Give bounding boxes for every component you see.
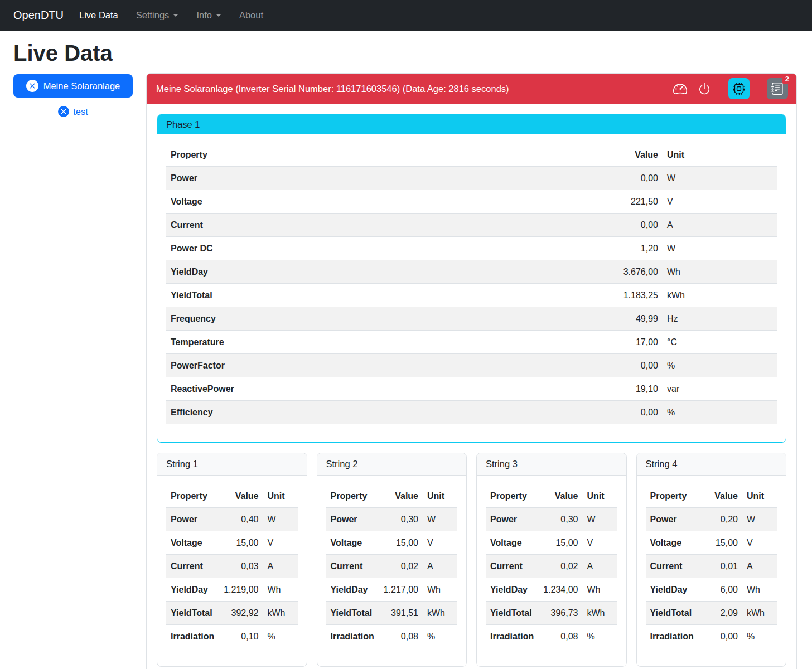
table-row: PowerFactor0,00%	[166, 354, 777, 377]
column-header-unit: Unit	[742, 484, 777, 508]
table-header-row: Property Value Unit	[166, 143, 777, 167]
property-label: YieldTotal	[166, 602, 212, 625]
property-unit: A	[263, 555, 298, 578]
property-value: 49,99	[590, 307, 663, 331]
property-value: 221,50	[590, 190, 663, 214]
table-row: YieldDay1.219,00Wh	[166, 578, 298, 602]
table-row: Power0,40W	[166, 508, 298, 531]
property-value: 15,00	[212, 531, 263, 555]
column-header-property: Property	[486, 484, 531, 508]
inverter-button-meine-solaranlage[interactable]: Meine Solaranlage	[13, 74, 133, 98]
table-row: Current0,01A	[646, 555, 777, 578]
event-count-badge: 2	[782, 74, 792, 84]
inverter-panel-title: Meine Solaranlage (Inverter Serial Numbe…	[156, 84, 673, 94]
property-value: 1.234,00	[531, 578, 583, 602]
column-header-unit: Unit	[423, 484, 457, 508]
property-unit: Hz	[663, 307, 777, 331]
nav-item-label: Live Data	[79, 10, 118, 21]
string-table-1: Property Value Unit Power0,40WVoltage15,…	[166, 484, 298, 648]
column-header-property: Property	[326, 484, 372, 508]
property-value: 0,00	[590, 214, 663, 237]
nav-item-label: Settings	[136, 10, 170, 21]
table-row: Voltage221,50V	[166, 190, 777, 214]
chevron-down-icon	[173, 14, 178, 17]
table-row: Power0,00W	[166, 167, 777, 190]
string-card-body: Property Value Unit Power0,40WVoltage15,…	[157, 476, 307, 666]
table-row: Frequency49,99Hz	[166, 307, 777, 331]
device-info-button[interactable]	[728, 78, 750, 99]
column-header-value: Value	[590, 143, 663, 167]
property-label: YieldTotal	[486, 602, 531, 625]
property-unit: %	[742, 625, 777, 648]
table-row: Current0,02A	[326, 555, 458, 578]
property-unit: %	[663, 401, 777, 424]
x-circle-icon	[26, 80, 38, 92]
property-value: 0,30	[371, 508, 423, 531]
property-value: 396,73	[531, 602, 583, 625]
property-unit: A	[742, 555, 777, 578]
power-toggle-button[interactable]	[698, 82, 711, 95]
nav-item-live-data[interactable]: Live Data	[79, 6, 118, 25]
property-label: Power	[166, 508, 212, 531]
table-row: Current0,02A	[486, 555, 617, 578]
table-header-row: Property Value Unit	[646, 484, 777, 508]
string-table-4: Property Value Unit Power0,20WVoltage15,…	[646, 484, 777, 648]
event-log-button[interactable]: 2	[767, 78, 788, 99]
column-header-property: Property	[166, 484, 212, 508]
cpu-icon	[733, 83, 745, 95]
string-card-2: String 2 Property Value Unit	[317, 453, 467, 667]
string-card-title: String 4	[637, 453, 786, 476]
property-value: 1,20	[590, 237, 663, 260]
property-value: 392,92	[212, 602, 263, 625]
column-header-value: Value	[371, 484, 423, 508]
property-label: Frequency	[166, 307, 590, 331]
property-label: Current	[646, 555, 692, 578]
table-row: Irradiation0,08%	[486, 625, 617, 648]
nav-item-settings[interactable]: Settings	[136, 6, 179, 25]
nav-item-label: About	[239, 10, 263, 21]
property-unit: kWh	[263, 602, 298, 625]
property-label: Temperature	[166, 331, 590, 354]
phase-table: Property Value Unit Power0,00WVoltage221…	[166, 143, 777, 424]
nav-item-about[interactable]: About	[239, 6, 263, 25]
property-unit: V	[583, 531, 617, 555]
table-row: Power0,20W	[646, 508, 777, 531]
table-row: Current0,00A	[166, 214, 777, 237]
property-label: Irradiation	[486, 625, 531, 648]
property-unit: kWh	[423, 602, 457, 625]
property-unit: A	[663, 214, 777, 237]
property-label: Voltage	[326, 531, 372, 555]
inverter-selector: Meine Solaranlage test	[13, 73, 133, 117]
property-unit: A	[423, 555, 457, 578]
table-row: Irradiation0,10%	[166, 625, 298, 648]
property-label: YieldTotal	[166, 284, 590, 307]
limit-settings-button[interactable]	[673, 82, 687, 96]
property-value: 0,30	[531, 508, 583, 531]
property-value: 0,02	[371, 555, 423, 578]
property-label: PowerFactor	[166, 354, 590, 377]
phase-card-title: Phase 1	[157, 115, 786, 134]
inverter-panel: Meine Solaranlage (Inverter Serial Numbe…	[146, 73, 797, 669]
nav-item-info[interactable]: Info	[196, 6, 221, 25]
table-row: YieldDay1.234,00Wh	[486, 578, 617, 602]
table-row: YieldTotal396,73kWh	[486, 602, 617, 625]
property-unit: Wh	[263, 578, 298, 602]
column-header-unit: Unit	[263, 484, 298, 508]
column-header-unit: Unit	[583, 484, 617, 508]
property-unit: V	[663, 190, 777, 214]
inverter-link-test[interactable]: test	[13, 106, 133, 117]
app-brand[interactable]: OpenDTU	[13, 9, 64, 22]
property-label: YieldTotal	[326, 602, 372, 625]
property-label: YieldDay	[646, 578, 692, 602]
inverter-panel-header: Meine Solaranlage (Inverter Serial Numbe…	[147, 74, 796, 104]
property-label: Irradiation	[166, 625, 212, 648]
strings-row: String 1 Property Value Unit	[157, 453, 786, 667]
phase-card-body: Property Value Unit Power0,00WVoltage221…	[157, 134, 786, 442]
string-card-4: String 4 Property Value Unit	[636, 453, 787, 667]
property-label: Irradiation	[646, 625, 692, 648]
string-table-3: Property Value Unit Power0,30WVoltage15,…	[486, 484, 617, 648]
x-circle-icon	[58, 106, 69, 117]
table-row: Power DC1,20W	[166, 237, 777, 260]
string-card-body: Property Value Unit Power0,30WVoltage15,…	[317, 476, 467, 666]
string-card-body: Property Value Unit Power0,20WVoltage15,…	[637, 476, 786, 666]
